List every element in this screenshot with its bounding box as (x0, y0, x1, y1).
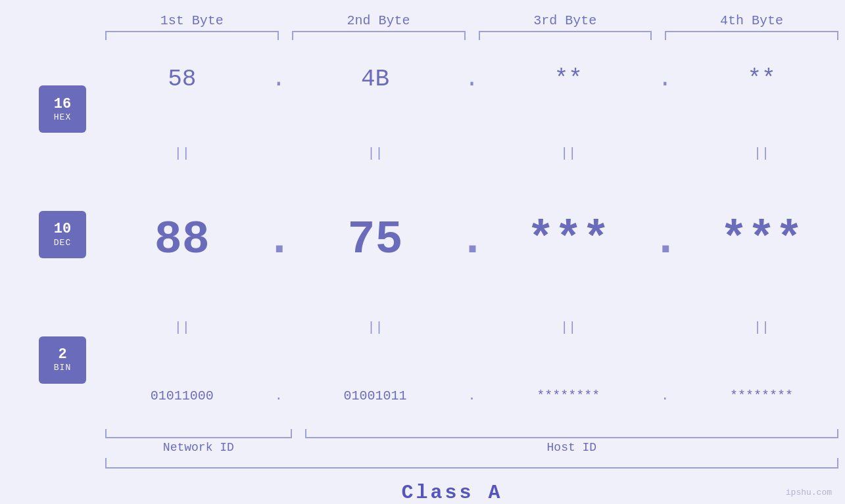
watermark: ipshu.com (786, 488, 832, 497)
hex-sep3: . (652, 66, 678, 93)
hex-sep2: . (459, 66, 485, 93)
bottom-bracket-row (99, 429, 845, 438)
bin-row: 01011000 . 01001011 . ******** . *******… (99, 388, 845, 403)
eq1-b1: || (99, 146, 266, 161)
bin-byte2: 01001011 (292, 388, 459, 403)
byte3-header: 3rd Byte (472, 13, 659, 28)
bottom-bracket-host (305, 429, 838, 438)
hex-badge-number: 16 (54, 97, 71, 112)
big-bracket-row (99, 458, 845, 469)
bracket-byte2 (292, 31, 466, 40)
dec-sep1: . (266, 214, 292, 266)
dec-badge: 10 DEC (39, 211, 86, 258)
dec-byte4: *** (678, 214, 845, 266)
dec-byte3: *** (485, 214, 652, 266)
dec-badge-label: DEC (54, 238, 71, 248)
eq2-b4: || (678, 320, 845, 335)
labels-row: Network ID Host ID (99, 441, 845, 454)
eq2-b1: || (99, 320, 266, 335)
hex-row: 58 . 4B . ** . ** (99, 66, 845, 93)
byte4-header: 4th Byte (658, 13, 845, 28)
main-container: 1st Byte 2nd Byte 3rd Byte 4th Byte 16 H… (0, 0, 845, 504)
bin-badge-label: BIN (54, 363, 71, 373)
class-row: Class A (0, 475, 845, 504)
equals-row-1: || || || || (99, 144, 845, 164)
dec-sep3: . (652, 214, 678, 266)
dec-badge-number: 10 (54, 221, 71, 237)
eq2-b3: || (485, 320, 652, 335)
network-id-label: Network ID (105, 441, 292, 454)
bin-sep2: . (459, 388, 485, 403)
eq1-b2: || (292, 146, 459, 161)
dec-row: 88 . 75 . *** . *** (99, 214, 845, 266)
bottom-bracket-network (105, 429, 292, 438)
class-label: Class A (401, 482, 502, 504)
big-bottom-bracket (105, 458, 838, 469)
host-id-label: Host ID (305, 441, 838, 454)
bracket-byte3 (479, 31, 652, 40)
hex-badge-label: HEX (54, 112, 71, 122)
equals-row-2: || || || || (99, 317, 845, 337)
byte-headers-row: 1st Byte 2nd Byte 3rd Byte 4th Byte (0, 13, 845, 28)
badges-column: 16 HEX 10 DEC 2 BIN (26, 40, 99, 429)
hex-byte3: ** (485, 66, 652, 93)
dec-byte1: 88 (99, 214, 266, 266)
bracket-byte1 (105, 31, 279, 40)
bin-sep1: . (266, 388, 292, 403)
bottom-section: Network ID Host ID (0, 429, 845, 475)
bin-byte1: 01011000 (99, 388, 266, 403)
dec-sep2: . (459, 214, 485, 266)
hex-byte4: ** (678, 66, 845, 93)
eq1-b4: || (678, 146, 845, 161)
byte2-header: 2nd Byte (285, 13, 472, 28)
bracket-byte4 (665, 31, 838, 40)
byte1-header: 1st Byte (99, 13, 285, 28)
bin-badge-number: 2 (58, 347, 66, 363)
values-grid: 58 . 4B . ** . ** || || || || 88 (99, 40, 845, 429)
main-content-area: 16 HEX 10 DEC 2 BIN 58 . 4B . ** . ** (0, 40, 845, 429)
eq1-b3: || (485, 146, 652, 161)
bin-badge: 2 BIN (39, 336, 86, 384)
hex-sep1: . (266, 66, 292, 93)
hex-byte1: 58 (99, 66, 266, 93)
top-bracket-row (0, 31, 845, 40)
hex-badge: 16 HEX (39, 85, 86, 133)
bin-sep3: . (652, 388, 678, 403)
bin-byte4: ******** (678, 388, 845, 403)
dec-byte2: 75 (292, 214, 459, 266)
eq2-b2: || (292, 320, 459, 335)
hex-byte2: 4B (292, 66, 459, 93)
bin-byte3: ******** (485, 388, 652, 403)
